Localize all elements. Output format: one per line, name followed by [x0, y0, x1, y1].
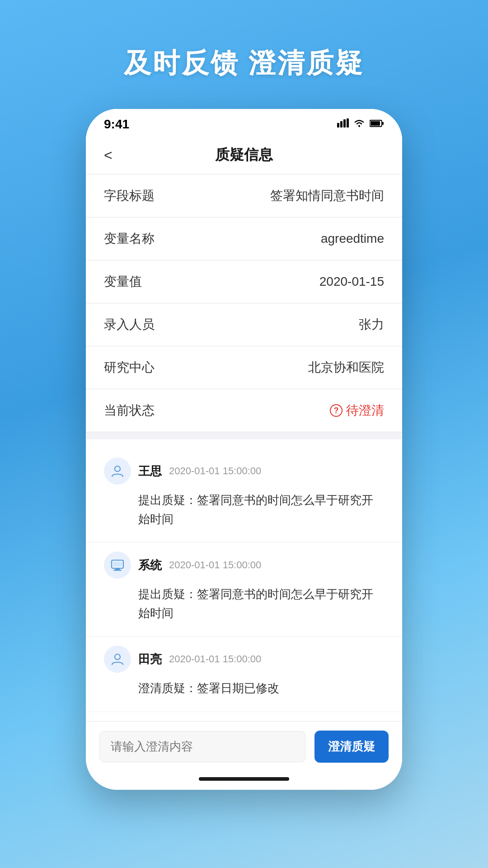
info-label-operator: 录入人员 [104, 316, 155, 333]
comment-header-2: 田亮 2020-01-01 15:00:00 [104, 646, 384, 673]
comment-item-2: 田亮 2020-01-01 15:00:00 澄清质疑：签署日期已修改 [86, 637, 402, 712]
clarify-input[interactable] [99, 731, 305, 762]
home-bar [199, 777, 289, 781]
comment-meta-2: 田亮 2020-01-01 15:00:00 [138, 651, 261, 667]
svg-rect-12 [113, 562, 122, 566]
comment-time-1: 2020-01-01 15:00:00 [169, 559, 261, 571]
info-row-status: 当前状态 ? 待澄清 [86, 389, 402, 432]
comment-body-1: 提出质疑：签署同意书的时间怎么早于研究开始时间 [104, 585, 384, 623]
info-row-field-title: 字段标题 签署知情同意书时间 [86, 175, 402, 217]
info-value-operator: 张力 [359, 316, 384, 333]
info-value-field-title: 签署知情同意书时间 [270, 187, 384, 204]
avatar-0 [104, 458, 131, 485]
comment-time-2: 2020-01-01 15:00:00 [169, 653, 261, 665]
comment-item-1: 系统 2020-01-01 15:00:00 提出质疑：签署同意书的时间怎么早于… [86, 542, 402, 637]
info-label-center: 研究中心 [104, 359, 155, 376]
svg-rect-3 [347, 118, 349, 127]
info-row-center: 研究中心 北京协和医院 [86, 346, 402, 389]
input-area: 澄清质疑 [86, 721, 402, 772]
info-label-var-value: 变量值 [104, 273, 142, 290]
comment-meta-0: 王思 2020-01-01 15:00:00 [138, 463, 261, 479]
svg-rect-6 [371, 121, 380, 126]
status-bar: 9:41 [86, 109, 402, 136]
comment-name-2: 田亮 [138, 651, 162, 667]
comment-item-0: 王思 2020-01-01 15:00:00 提出质疑：签署同意书的时间怎么早于… [86, 448, 402, 542]
svg-point-13 [115, 654, 120, 660]
svg-point-8 [115, 466, 120, 472]
comment-name-0: 王思 [138, 463, 162, 479]
info-value-center: 北京协和医院 [308, 359, 384, 376]
svg-rect-10 [115, 568, 120, 570]
svg-rect-7 [382, 122, 384, 125]
home-indicator [86, 772, 402, 790]
phone-notch [208, 109, 280, 125]
comment-time-0: 2020-01-01 15:00:00 [169, 465, 261, 477]
info-section: 字段标题 签署知情同意书时间 变量名称 agreedtime 变量值 2020-… [86, 175, 402, 432]
info-row-operator: 录入人员 张力 [86, 303, 402, 346]
avatar-1 [104, 552, 131, 579]
nav-bar: < 质疑信息 [86, 136, 402, 175]
comment-meta-1: 系统 2020-01-01 15:00:00 [138, 557, 261, 573]
back-button[interactable]: < [104, 147, 113, 164]
comment-name-1: 系统 [138, 557, 162, 573]
svg-rect-0 [337, 123, 339, 127]
info-row-var-name: 变量名称 agreedtime [86, 217, 402, 260]
info-label-var-name: 变量名称 [104, 230, 155, 247]
avatar-2 [104, 646, 131, 673]
svg-rect-11 [113, 570, 122, 571]
comment-body-2: 澄清质疑：签署日期已修改 [104, 679, 384, 698]
info-row-var-value: 变量值 2020-01-15 [86, 260, 402, 303]
battery-icon [370, 118, 384, 130]
svg-rect-1 [340, 121, 343, 127]
page-headline: 及时反馈 澄清质疑 [124, 45, 365, 82]
comments-section: 王思 2020-01-01 15:00:00 提出质疑：签署同意书的时间怎么早于… [86, 439, 402, 721]
status-time: 9:41 [104, 117, 129, 132]
phone-frame: 9:41 [86, 109, 402, 790]
comment-header-1: 系统 2020-01-01 15:00:00 [104, 552, 384, 579]
submit-button[interactable]: 澄清质疑 [314, 731, 389, 763]
info-value-var-name: agreedtime [321, 231, 384, 246]
info-label-field-title: 字段标题 [104, 187, 155, 204]
nav-title: 质疑信息 [215, 145, 273, 165]
info-value-status: ? 待澄清 [330, 402, 384, 419]
info-value-var-value: 2020-01-15 [319, 274, 384, 289]
signal-icon [337, 118, 349, 130]
status-icons [337, 118, 384, 130]
page-wrapper: 及时反馈 澄清质疑 9:41 [0, 0, 488, 868]
status-text: 待澄清 [346, 402, 384, 419]
wifi-icon [353, 118, 365, 130]
comment-body-0: 提出质疑：签署同意书的时间怎么早于研究开始时间 [104, 491, 384, 528]
info-label-status: 当前状态 [104, 402, 155, 419]
svg-rect-2 [343, 119, 346, 127]
status-question-icon: ? [330, 404, 343, 417]
svg-point-4 [358, 125, 360, 127]
comment-header-0: 王思 2020-01-01 15:00:00 [104, 458, 384, 485]
